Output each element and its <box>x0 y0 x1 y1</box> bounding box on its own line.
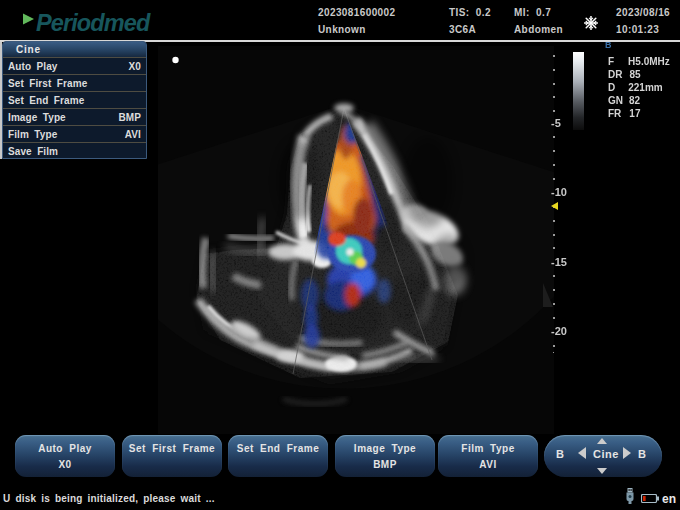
svg-text:Periodmed: Periodmed <box>36 10 151 36</box>
